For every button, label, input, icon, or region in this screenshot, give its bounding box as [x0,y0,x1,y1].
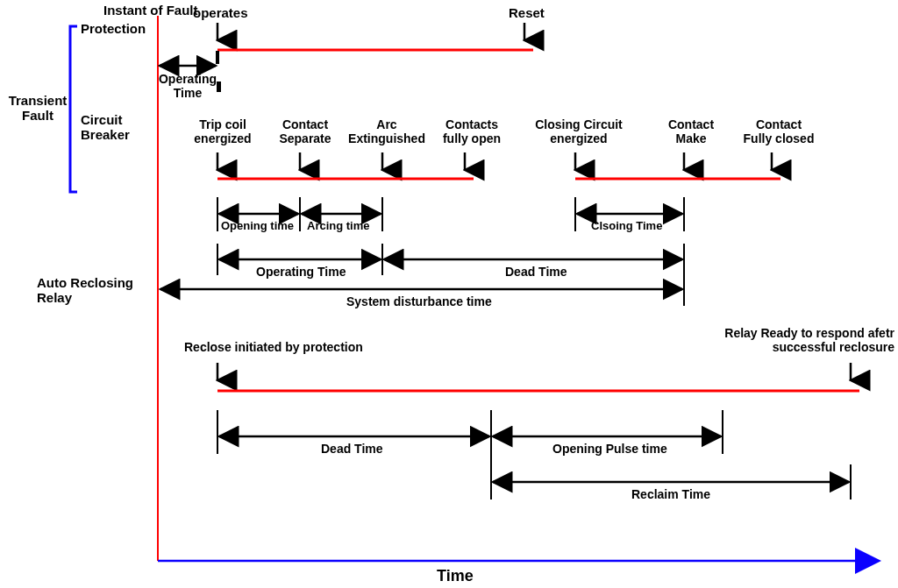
evt-trip-coil: Trip coil energized [188,117,258,145]
span-system-disturbance: System disturbance time [346,294,492,308]
span-reclaim-time: Reclaim Time [631,487,710,501]
span-cb-dead-time: Dead Time [505,265,567,279]
evt-relay-ready: Relay Ready to respond afetr successful … [702,326,894,354]
span-opening-time: Opening time [221,219,294,232]
auto-reclosing-relay-label: Auto Reclosing Relay [37,275,151,305]
timing-diagram: Instant of Fault Time Transient Fault Pr… [0,0,898,588]
evt-reclose-initiated: Reclose initiated by protection [184,340,363,354]
event-reset-label: Reset [509,5,545,20]
time-axis-label: Time [437,567,474,585]
evt-contact-separate: Contact Separate [270,117,340,145]
evt-arc-ext: Arc Extinguished [346,117,428,145]
circuit-breaker-label: Circuit Breaker [81,112,142,142]
protection-label: Protection [81,21,146,36]
evt-contact-make: Contact Make [656,117,726,145]
evt-fully-open: Contacts fully open [437,117,507,145]
prot-operating-time-label: Operating Time [156,72,219,100]
instant-of-fault-label: Instant of Fault [103,3,198,18]
span-cb-operating-time: Operating Time [256,265,346,279]
event-operates-label: operates [193,5,248,20]
span-arcing-time: Arcing time [307,219,370,232]
evt-closing-energized: Closing Circuit energized [530,117,628,145]
span-dead-time-ar: Dead Time [321,442,383,456]
span-closing-time: Clsoing Time [591,219,662,232]
transient-fault-label: Transient Fault [5,93,70,123]
span-opening-pulse: Opening Pulse time [552,442,667,456]
left-bracket [70,26,77,192]
evt-fully-closed: Contact Fully closed [735,117,823,145]
